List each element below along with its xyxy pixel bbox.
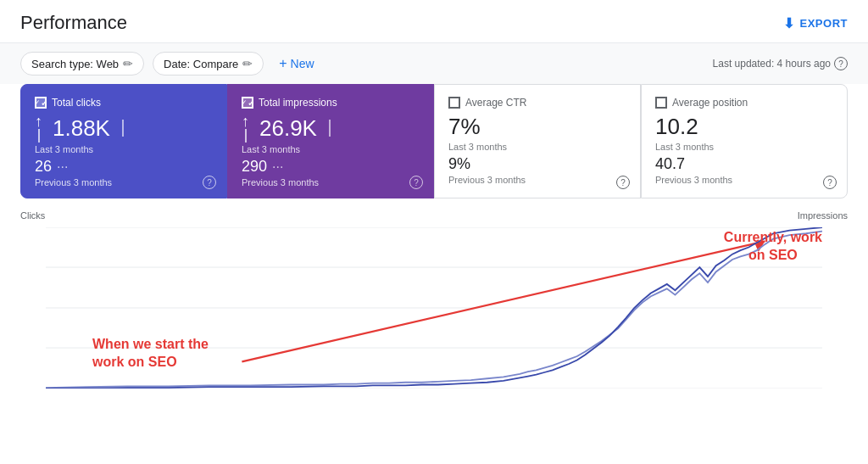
ctr-prev-value: 9%	[448, 155, 470, 173]
clicks-period: Last 3 months	[35, 144, 213, 154]
position-value: 10.2	[655, 114, 698, 140]
export-icon: ⬇	[783, 15, 795, 31]
checkbox-position[interactable]	[655, 97, 667, 109]
metric-label-ctr: Average CTR	[465, 97, 526, 109]
position-prev-value: 40.7	[655, 155, 685, 173]
toolbar: Search type: Web ✏ Date: Compare ✏ + New…	[0, 43, 868, 84]
header: Performance ⬇ EXPORT	[0, 0, 868, 43]
clicks-prev-period: Previous 3 months	[35, 177, 213, 187]
metric-value-ctr: 7%	[448, 114, 626, 140]
svg-line-19	[242, 241, 765, 361]
search-type-label: Search type: Web	[31, 58, 119, 70]
metric-value-clicks: ↑ 1.88K	[35, 114, 213, 143]
position-prev: 40.7	[655, 155, 833, 173]
search-type-filter[interactable]: Search type: Web ✏	[20, 52, 144, 75]
impressions-prev: 290 ···	[242, 158, 420, 176]
checkbox-clicks[interactable]: ✓	[35, 97, 47, 109]
metric-label-clicks: Total clicks	[52, 97, 101, 109]
export-button[interactable]: ⬇ EXPORT	[783, 15, 848, 31]
metric-card-position[interactable]: Average position 10.2 Last 3 months 40.7…	[641, 84, 848, 198]
chart-container: Clicks Impressions 150 100 50 0 1.5K 1K …	[20, 210, 848, 397]
impressions-prev-value: 290	[242, 158, 267, 176]
plus-icon: +	[279, 56, 287, 71]
metric-value-impressions: ↑ 26.9K	[242, 114, 420, 143]
impressions-period: Last 3 months	[242, 144, 420, 154]
metric-header-ctr: Average CTR	[448, 97, 626, 109]
metric-value-position: 10.2	[655, 114, 833, 140]
dots-menu-clicks[interactable]: ···	[57, 159, 68, 175]
help-icon-clicks[interactable]: ?	[203, 174, 216, 190]
last-updated: Last updated: 4 hours ago ?	[713, 57, 848, 70]
impressions-prev-period: Previous 3 months	[242, 177, 420, 187]
help-icon-impressions[interactable]: ?	[409, 174, 423, 190]
export-label: EXPORT	[800, 17, 848, 30]
metric-card-impressions[interactable]: ✓ Total impressions ↑ 26.9K Last 3 month…	[227, 84, 434, 198]
chart-area: Clicks Impressions 150 100 50 0 1.5K 1K …	[0, 198, 868, 405]
metric-header-impressions: ✓ Total impressions	[242, 97, 420, 109]
metric-header-clicks: ✓ Total clicks	[35, 97, 213, 109]
ctr-value: 7%	[448, 114, 481, 140]
ctr-prev: 9%	[448, 155, 626, 173]
last-updated-text: Last updated: 4 hours ago	[713, 58, 831, 70]
page-wrapper: Performance ⬇ EXPORT Search type: Web ✏ …	[0, 0, 868, 464]
position-prev-period: Previous 3 months	[655, 175, 833, 185]
date-filter[interactable]: Date: Compare ✏	[153, 52, 264, 75]
date-label: Date: Compare	[164, 58, 238, 70]
edit-icon: ✏	[123, 57, 133, 70]
y-axis-left-label: Clicks	[20, 210, 45, 221]
clicks-prev-value: 26	[35, 158, 52, 176]
metrics-row: ✓ Total clicks ↑ 1.88K Last 3 months 26 …	[0, 84, 868, 198]
ctr-prev-period: Previous 3 months	[448, 175, 626, 185]
help-icon[interactable]: ?	[834, 57, 848, 70]
clicks-prev: 26 ···	[35, 158, 213, 176]
y-axis-right-label: Impressions	[798, 210, 848, 221]
ctr-period: Last 3 months	[448, 142, 626, 152]
metric-card-clicks[interactable]: ✓ Total clicks ↑ 1.88K Last 3 months 26 …	[20, 84, 227, 198]
chart-svg: 150 100 50 0 1.5K 1K 500 0 15 30 45 60 7…	[46, 227, 822, 389]
help-icon-position[interactable]: ?	[823, 174, 837, 190]
metric-label-impressions: Total impressions	[259, 97, 337, 109]
new-label: New	[291, 57, 314, 70]
position-period: Last 3 months	[655, 142, 833, 152]
checkbox-ctr[interactable]	[448, 97, 460, 109]
dots-menu-impressions[interactable]: ···	[272, 159, 283, 175]
metric-header-position: Average position	[655, 97, 833, 109]
checkbox-impressions[interactable]: ✓	[242, 97, 253, 109]
new-button[interactable]: + New	[272, 52, 320, 75]
impressions-value: 26.9K	[259, 115, 317, 142]
metric-label-position: Average position	[672, 97, 748, 109]
help-icon-ctr[interactable]: ?	[616, 174, 630, 190]
metric-card-ctr[interactable]: Average CTR 7% Last 3 months 9% Previous…	[434, 84, 641, 198]
page-title: Performance	[20, 12, 127, 34]
clicks-value: 1.88K	[53, 115, 110, 142]
edit-icon-date: ✏	[242, 57, 253, 70]
